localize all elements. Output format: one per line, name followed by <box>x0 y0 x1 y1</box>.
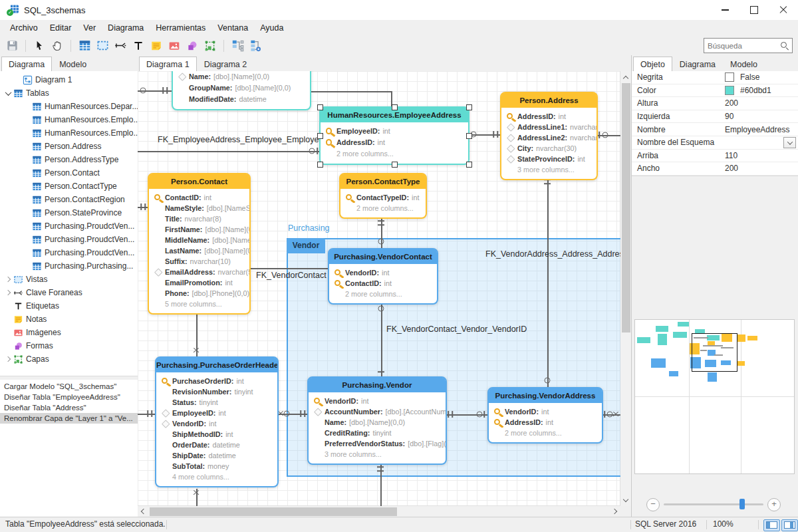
tree-item-person-addresstype[interactable]: Person.AddressType <box>0 153 138 166</box>
tree-item-clave-foraneas[interactable]: Clave Foraneas <box>0 286 138 299</box>
tree-item-person-contact[interactable]: Person.Contact <box>0 166 138 180</box>
tree-item-humanresources-emplo[interactable]: HumanResources.Emplo... <box>0 126 138 140</box>
overview-minimap[interactable] <box>634 319 795 474</box>
tree-item-purchasing-proudctven[interactable]: Purchasing.ProudctVen... <box>0 233 138 246</box>
property-value[interactable]: EmployeeAddress <box>725 125 798 134</box>
zoom-out-button[interactable]: − <box>646 498 660 511</box>
table-purchasing-vendorcontact[interactable]: Purchasing.VendorContactVendorID:intCont… <box>328 248 438 305</box>
layer-tab-label[interactable]: Vendor <box>287 238 325 253</box>
table-humanresources-employeeaddress[interactable]: HumanResources.EmployeeAddressEmployeeID… <box>319 106 469 165</box>
note-icon[interactable] <box>148 38 164 54</box>
layout2-icon[interactable] <box>247 38 263 54</box>
minimize-button[interactable] <box>710 0 739 20</box>
tree-item-vistas[interactable]: Vistas <box>0 273 138 286</box>
layout1-icon[interactable] <box>229 38 245 54</box>
property-value[interactable]: 200 <box>725 164 798 173</box>
zoom-slider-track[interactable] <box>664 503 763 505</box>
tree-item-diagram-1[interactable]: Diagram 1 <box>0 73 138 86</box>
selection-handle[interactable] <box>317 133 323 139</box>
selection-handle[interactable] <box>466 104 472 110</box>
vertical-scroll-thumb[interactable] <box>622 83 630 332</box>
table-person-contact[interactable]: Person.ContactContactID:intNameStyle:[db… <box>148 173 251 315</box>
table-icon[interactable] <box>76 38 92 54</box>
chevron-right-icon[interactable] <box>3 277 13 281</box>
vertical-scrollbar[interactable] <box>620 71 632 506</box>
selection-handle[interactable] <box>317 104 323 110</box>
table-partial[interactable]: Name:[dbo].[Name](0,0)GroupName:[dbo].[N… <box>172 71 311 110</box>
selection-handle[interactable] <box>317 162 323 168</box>
hand-icon[interactable] <box>49 38 65 54</box>
save-icon[interactable] <box>4 38 20 54</box>
menu-ventana[interactable]: Ventana <box>211 21 254 35</box>
table-person-address[interactable]: Person.AddressAddressID:intAddressLine1:… <box>500 92 598 180</box>
tree-item-humanresources-depar[interactable]: HumanResources.Depar... <box>0 100 138 113</box>
toggle-left-panel-button[interactable] <box>763 519 780 531</box>
tree-item-purchasing-proudctven[interactable]: Purchasing.ProudctVen... <box>0 246 138 259</box>
label-icon[interactable] <box>130 38 146 54</box>
scroll-up-icon[interactable] <box>622 73 630 81</box>
shape-icon[interactable] <box>184 38 200 54</box>
menu-ayuda[interactable]: Ayuda <box>254 21 289 35</box>
tree-item-person-contacttype[interactable]: Person.ContactType <box>0 180 138 193</box>
tree-item-formas[interactable]: Formas <box>0 339 138 352</box>
tree-item-etiquetas[interactable]: Etiquetas <box>0 299 138 313</box>
property-value[interactable]: 110 <box>725 151 798 160</box>
selection-handle[interactable] <box>466 162 472 168</box>
tree-item-humanresources-emplo[interactable]: HumanResources.Emplo... <box>0 113 138 126</box>
selection-handle[interactable] <box>392 104 398 110</box>
menu-archivo[interactable]: Archivo <box>4 21 44 35</box>
layer-icon[interactable] <box>202 38 218 54</box>
tree-item-notas[interactable]: Notas <box>0 313 138 326</box>
toggle-right-panel-button[interactable] <box>781 519 798 531</box>
menu-herramientas[interactable]: Herramientas <box>150 21 211 35</box>
tab-left-diagrama[interactable]: Diagrama <box>1 57 52 72</box>
minimap-viewport[interactable] <box>692 333 737 372</box>
table-purchasing-vendoraddress[interactable]: Purchasing.VendorAddressVendorID:intAddr… <box>487 387 603 444</box>
tab-prop-modelo[interactable]: Modelo <box>723 57 765 72</box>
tab-diagram-diagrama-1[interactable]: Diagrama 1 <box>139 57 197 72</box>
zoom-in-button[interactable]: + <box>767 498 781 511</box>
tab-prop-objeto[interactable]: Objeto <box>633 57 672 72</box>
relation-icon[interactable] <box>112 38 128 54</box>
dropdown-button[interactable] <box>783 137 796 148</box>
tree-item-purchasing-purchasing[interactable]: Purchasing.Purchasing... <box>0 259 138 273</box>
horizontal-scrollbar[interactable] <box>138 505 620 517</box>
chevron-right-icon[interactable] <box>3 291 13 295</box>
search-box[interactable] <box>704 38 793 53</box>
selection-handle[interactable] <box>392 162 398 168</box>
selection-handle[interactable] <box>466 133 472 139</box>
tree-item-im-genes[interactable]: Imágenes <box>0 326 138 339</box>
checkbox-icon[interactable] <box>725 72 734 82</box>
scroll-left-icon[interactable] <box>139 507 147 515</box>
property-value[interactable]: #60dbd1 <box>725 86 798 95</box>
property-value[interactable]: False <box>725 72 798 82</box>
image-icon[interactable] <box>166 38 182 54</box>
property-value[interactable]: 200 <box>725 98 798 108</box>
table-purchasing-purchaseorderheader[interactable]: Purchasing.PurchaseOrderHeaderPurchaseOr… <box>155 356 279 487</box>
chevron-down-icon[interactable] <box>3 91 13 96</box>
search-input[interactable] <box>704 42 780 50</box>
scroll-right-icon[interactable] <box>611 507 619 515</box>
tree-item-person-address[interactable]: Person.Address <box>0 140 138 153</box>
maximize-button[interactable] <box>739 0 769 20</box>
color-swatch[interactable] <box>725 86 734 95</box>
table-purchasing-vendor[interactable]: Purchasing.VendorVendorID:intAccountNumb… <box>307 376 447 465</box>
chevron-right-icon[interactable] <box>3 357 13 361</box>
tab-left-modelo[interactable]: Modelo <box>52 57 94 72</box>
tree-item-tablas[interactable]: Tablas <box>0 86 138 100</box>
tab-prop-diagrama[interactable]: Diagrama <box>672 57 723 72</box>
log-item[interactable]: Diseñar Tabla "EmployeeAddress" <box>0 392 138 402</box>
horizontal-scroll-thumb[interactable] <box>150 507 397 516</box>
tree-item-purchasing-proudctven[interactable]: Purchasing.ProudctVen... <box>0 219 138 233</box>
table-person-contacttype[interactable]: Person.ContactTypeContactTypeID:int2 mor… <box>339 173 427 219</box>
property-value[interactable]: 90 <box>725 112 798 121</box>
tree-item-person-contactregion[interactable]: Person.ContactRegion <box>0 193 138 206</box>
menu-editar[interactable]: Editar <box>44 21 78 35</box>
search-icon[interactable] <box>780 41 789 51</box>
menu-diagrama[interactable]: Diagrama <box>102 21 150 35</box>
close-button[interactable] <box>769 0 798 20</box>
cursor-icon[interactable] <box>31 38 47 54</box>
tree-item-person-stateprovince[interactable]: Person.StateProvince <box>0 206 138 219</box>
zoom-slider-handle[interactable] <box>739 499 745 509</box>
log-item[interactable]: Diseñar Tabla "Address" <box>0 402 138 413</box>
